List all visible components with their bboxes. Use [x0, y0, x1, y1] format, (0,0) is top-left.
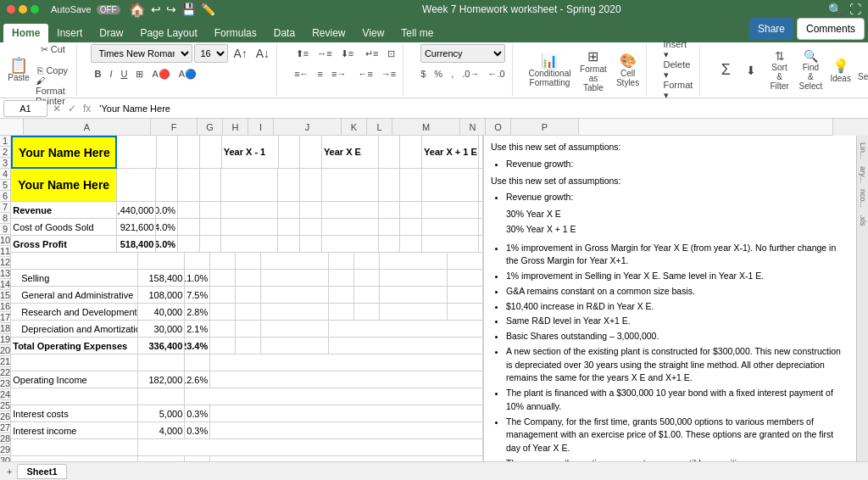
cell-H4[interactable]: [178, 219, 200, 236]
conditional-format-button[interactable]: 📊 ConditionalFormatting: [526, 48, 574, 92]
cell-I4[interactable]: [200, 219, 222, 236]
tab-tell-me[interactable]: Tell me: [392, 24, 442, 42]
font-name-select[interactable]: Times New Roman: [91, 44, 192, 63]
cell-M1[interactable]: Year X E: [322, 136, 379, 169]
indent-less-button[interactable]: ←≡: [354, 64, 376, 83]
cell-K6[interactable]: [329, 253, 354, 270]
cell-N3[interactable]: [379, 202, 401, 219]
format-painter-button[interactable]: 🖌 Format Painter: [32, 81, 73, 100]
cell-H6[interactable]: [210, 253, 236, 270]
sidebar-tab-lin[interactable]: Lin...: [858, 139, 868, 163]
cell-I3[interactable]: [200, 202, 222, 219]
cell-M8[interactable]: [380, 287, 448, 304]
cell-F15[interactable]: 5,000: [138, 405, 185, 422]
cell-styles-button[interactable]: 🎨 CellStyles: [614, 48, 643, 92]
cell-G11[interactable]: 23.4%: [185, 338, 210, 354]
close-button[interactable]: [7, 5, 15, 14]
cell-F2[interactable]: [117, 169, 156, 202]
merge-button[interactable]: ⊡: [384, 44, 398, 63]
share-button[interactable]: Share: [749, 18, 793, 40]
row-header-27[interactable]: 27: [0, 422, 10, 433]
sensitivity-button[interactable]: 🔒 Sensitivity: [855, 48, 868, 92]
decrease-font-button[interactable]: A↓: [253, 44, 273, 63]
insert-button[interactable]: Insert ▾: [660, 41, 697, 59]
cell-M7[interactable]: [380, 270, 448, 287]
pencil-icon[interactable]: ✏️: [201, 3, 215, 16]
row-header-3[interactable]: 3: [0, 158, 10, 169]
cell-K3[interactable]: [278, 202, 300, 219]
cell-L4[interactable]: [300, 219, 322, 236]
row-header-5[interactable]: 5: [0, 180, 10, 191]
home-icon[interactable]: 🏠: [129, 2, 146, 18]
cell-J2[interactable]: [221, 169, 278, 202]
cell-reference-input[interactable]: [3, 100, 47, 117]
cell-H3[interactable]: [178, 202, 200, 219]
col-header-G[interactable]: G: [198, 119, 223, 136]
cell-N5[interactable]: [379, 236, 401, 253]
cell-G2[interactable]: [156, 169, 178, 202]
ideas-button[interactable]: 💡 Ideas: [827, 48, 854, 92]
add-sheet-button[interactable]: +: [3, 462, 15, 481]
cell-F14[interactable]: [138, 388, 185, 405]
cell-O5[interactable]: [400, 236, 422, 253]
cell-J1[interactable]: Year X - 1: [222, 136, 279, 169]
cell-F7[interactable]: 158,400: [138, 270, 185, 287]
formula-input[interactable]: [96, 100, 865, 117]
fill-button[interactable]: ⬇: [739, 48, 763, 92]
cell-L1[interactable]: [300, 136, 322, 169]
cell-A14[interactable]: [11, 388, 138, 405]
cell-L7[interactable]: [354, 270, 380, 287]
cell-A8[interactable]: General and Administrative: [11, 287, 138, 304]
col-header-F[interactable]: F: [151, 119, 198, 136]
sidebar-tab-xls[interactable]: .xls: [858, 211, 868, 230]
cell-M4[interactable]: [322, 219, 379, 236]
cell-L2[interactable]: [300, 169, 322, 202]
underline-button[interactable]: U: [117, 64, 131, 83]
cell-G3[interactable]: 100.0%: [156, 202, 178, 219]
cell-G9[interactable]: 2.8%: [185, 304, 210, 321]
cell-F3[interactable]: $ 1,440,000: [117, 202, 156, 219]
cell-N2[interactable]: [379, 169, 401, 202]
cell-M2[interactable]: [322, 169, 379, 202]
find-select-button[interactable]: 🔍 Find &Select: [796, 48, 826, 92]
cell-F16[interactable]: 4,000: [138, 422, 185, 439]
cell-A12[interactable]: [11, 354, 138, 371]
cell-A13[interactable]: Operating Income: [11, 371, 138, 388]
cell-A6[interactable]: [11, 253, 138, 270]
sort-filter-button[interactable]: ⇅ Sort &Filter: [765, 48, 793, 92]
cell-M5[interactable]: [322, 236, 379, 253]
cell-G7[interactable]: 11.0%: [185, 270, 210, 287]
align-center-button[interactable]: ≡: [314, 64, 326, 83]
cell-F10[interactable]: 30,000: [138, 321, 185, 338]
cut-button[interactable]: ✂ Cut: [32, 41, 73, 59]
cell-K7[interactable]: [329, 270, 354, 287]
cell-G5[interactable]: 36.0%: [156, 236, 178, 253]
percent-button[interactable]: %: [431, 64, 446, 83]
cell-A2[interactable]: Your Name Here: [11, 169, 117, 202]
sidebar-tab-nco[interactable]: nco...: [858, 186, 868, 211]
tab-draw[interactable]: Draw: [91, 24, 131, 42]
cell-I1[interactable]: [200, 136, 222, 169]
cell-F6[interactable]: [138, 253, 185, 270]
cell-F8[interactable]: 108,000: [138, 287, 185, 304]
align-middle-button[interactable]: ↔≡: [314, 44, 335, 63]
col-header-O[interactable]: O: [486, 119, 511, 136]
cell-H11[interactable]: [210, 338, 236, 354]
cell-O1[interactable]: [400, 136, 422, 169]
row-header-6[interactable]: 6: [0, 191, 10, 202]
minimize-button[interactable]: [19, 5, 27, 14]
cell-P2[interactable]: [422, 169, 479, 202]
row-header-16[interactable]: 16: [0, 301, 10, 312]
align-top-button[interactable]: ⬆≡: [292, 44, 312, 63]
row-header-10[interactable]: 10: [0, 235, 10, 246]
align-bottom-button[interactable]: ⬇≡: [337, 44, 357, 63]
cell-G6[interactable]: [185, 253, 210, 270]
cell-H7[interactable]: [210, 270, 236, 287]
row-header-24[interactable]: 24: [0, 389, 10, 400]
row-header-9[interactable]: 9: [0, 224, 10, 235]
col-header-H[interactable]: H: [223, 119, 248, 136]
cell-H10[interactable]: [210, 321, 236, 338]
cell-H9[interactable]: [210, 304, 236, 321]
tab-view[interactable]: View: [354, 24, 393, 42]
cell-N1[interactable]: [379, 136, 401, 169]
